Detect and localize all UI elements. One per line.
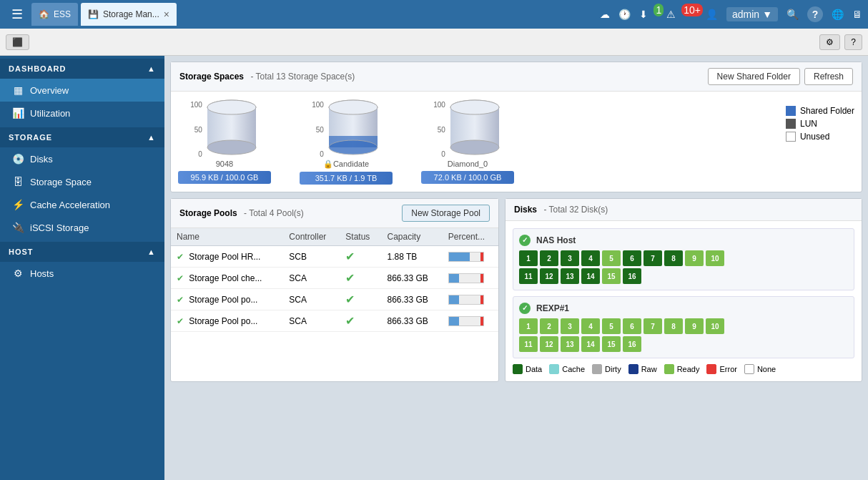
disk-cell[interactable]: 1	[519, 318, 538, 334]
top-bar: ☰ 🏠 ESS 💾 Storage Man... × ☁ 🕐 ⬇1 ⚠10+ 👤…	[0, 0, 868, 29]
sidebar-item-storage-space[interactable]: 🗄 Storage Space	[0, 170, 164, 193]
sidebar-item-hosts[interactable]: ⚙ Hosts	[0, 262, 164, 285]
pool-capacity: 1.88 TB	[381, 246, 442, 268]
pool-percent	[443, 268, 498, 289]
legend-color-box	[592, 364, 602, 374]
disk-cell[interactable]: 14	[581, 336, 600, 352]
settings-button[interactable]: ⚙	[819, 34, 840, 50]
sidebar-item-iscsi[interactable]: 🔌 iSCSI Storage	[0, 216, 164, 239]
col-percent: Percent...	[443, 228, 498, 246]
disk-cell[interactable]: 8	[664, 250, 683, 266]
disk-cell[interactable]: 10	[706, 250, 724, 266]
disk-cell[interactable]: 5	[602, 250, 621, 266]
disks-icon: 💿	[11, 153, 24, 165]
bottom-panels: Storage Pools - Total 4 Pool(s) New Stor…	[170, 198, 862, 382]
disk-cell[interactable]: 10	[706, 318, 724, 334]
table-row[interactable]: ✔ Storage Pool HR... SCB ✔ 1.88 TB	[171, 246, 498, 268]
clock-icon[interactable]: 🕐	[618, 9, 631, 20]
dashboard-label: DASHBOARD	[9, 64, 66, 73]
sidebar-item-utilization[interactable]: 📊 Utilization	[0, 102, 164, 124]
top-bar-actions: ☁ 🕐 ⬇1 ⚠10+ 👤 admin ▼ 🔍 ? 🌐 🖥	[600, 6, 862, 22]
disk-cell[interactable]: 9	[685, 318, 704, 334]
disk-cell[interactable]: 7	[643, 318, 662, 334]
disks-label: Disks	[30, 154, 53, 165]
user-icon[interactable]: 👤	[706, 9, 718, 20]
disk-cell[interactable]: 2	[540, 318, 558, 334]
svg-point-8	[329, 100, 378, 114]
cylinder-svg-candidate	[327, 99, 380, 156]
disk-cell[interactable]: 16	[623, 268, 641, 284]
sidebar-item-cache[interactable]: ⚡ Cache Acceleration	[0, 193, 164, 216]
disk-cell[interactable]: 2	[540, 250, 558, 266]
new-shared-folder-button[interactable]: New Shared Folder	[708, 68, 800, 85]
disk-cell[interactable]: 15	[602, 336, 621, 352]
monitor-icon[interactable]: 🖥	[852, 9, 862, 20]
storage-collapse-icon: ▲	[147, 133, 156, 142]
pool-name: ✔ Storage Pool po...	[171, 310, 283, 332]
storage-space-label: Storage Space	[30, 177, 92, 187]
legend-label: Cache	[562, 365, 585, 373]
disk-cell[interactable]: 6	[623, 318, 641, 334]
disk-cell[interactable]: 13	[561, 336, 579, 352]
table-row[interactable]: ✔ Storage Pool po... SCA ✔ 866.33 GB	[171, 289, 498, 310]
new-storage-pool-button[interactable]: New Storage Pool	[402, 205, 490, 222]
disk-cell[interactable]: 3	[561, 318, 579, 334]
disk-cell[interactable]: 14	[581, 268, 600, 284]
sidebar-item-disks[interactable]: 💿 Disks	[0, 147, 164, 170]
disk-cell[interactable]: 4	[581, 318, 600, 334]
globe-icon[interactable]: 🌐	[832, 9, 844, 20]
help-icon[interactable]: ?	[807, 6, 823, 22]
disk-cell[interactable]: 4	[581, 250, 600, 266]
table-row[interactable]: ✔ Storage Pool che... SCA ✔ 866.33 GB	[171, 268, 498, 289]
storage-section[interactable]: STORAGE ▲	[0, 127, 164, 147]
disk-cell[interactable]: 5	[602, 318, 621, 334]
download-icon[interactable]: ⬇1	[639, 9, 658, 20]
disk-cell[interactable]: 7	[643, 250, 662, 266]
pool-controller: SCB	[283, 246, 340, 268]
disk-cell[interactable]: 16	[623, 336, 641, 352]
disk-cell[interactable]: 8	[664, 318, 683, 334]
disks-legend: DataCacheDirtyRawReadyErrorNone	[513, 364, 854, 374]
toggle-panel-button[interactable]: ⬛	[6, 34, 29, 50]
disk-cell[interactable]: 9	[685, 250, 704, 266]
alert-badge: 10+	[681, 4, 703, 16]
disk-cell[interactable]: 6	[623, 250, 641, 266]
disk-cell[interactable]: 11	[519, 268, 538, 284]
storage-legend: Shared Folder LUN Unused	[786, 106, 854, 142]
dashboard-section[interactable]: DASHBOARD ▲	[0, 59, 164, 79]
close-tab-icon[interactable]: ×	[164, 9, 169, 20]
storage-manager-tab[interactable]: 💾 Storage Man... ×	[81, 3, 177, 26]
pool-capacity: 866.33 GB	[381, 310, 442, 332]
disk-cell[interactable]: 1	[519, 250, 538, 266]
host-section[interactable]: HOST ▲	[0, 242, 164, 262]
pool-name: ✔ Storage Pool HR...	[171, 246, 283, 268]
sidebar-item-overview[interactable]: ▦ Overview	[0, 79, 164, 102]
refresh-button[interactable]: Refresh	[804, 68, 853, 85]
menu-icon[interactable]: ☰	[6, 4, 29, 25]
home-tab[interactable]: 🏠 ESS	[31, 3, 78, 26]
disk-cell[interactable]: 3	[561, 250, 579, 266]
alert-icon[interactable]: ⚠10+	[666, 9, 697, 20]
legend-shared-folder: Shared Folder	[786, 106, 854, 116]
pool-controller: SCA	[283, 268, 340, 289]
disks-panel: Disks - Total 32 Disk(s) ✓ NAS Host 1234…	[505, 198, 862, 382]
main-content: Storage Spaces - Total 13 Storage Space(…	[164, 56, 868, 480]
host-name: REXP#1	[536, 303, 569, 313]
search-icon[interactable]: 🔍	[786, 9, 799, 20]
storage-pools-table-container: Name Controller Status Capacity Percent.…	[171, 228, 498, 332]
disk-cell[interactable]: 12	[540, 336, 558, 352]
disk-cell[interactable]: 13	[561, 268, 579, 284]
disk-host-header: ✓ NAS Host	[519, 235, 848, 246]
pool-percent	[443, 310, 498, 332]
disk-cell[interactable]: 11	[519, 336, 538, 352]
disk-cell[interactable]: 15	[602, 268, 621, 284]
admin-menu[interactable]: admin ▼	[726, 7, 778, 21]
help-button[interactable]: ?	[844, 34, 862, 50]
table-row[interactable]: ✔ Storage Pool po... SCA ✔ 866.33 GB	[171, 310, 498, 332]
disk-cell[interactable]: 12	[540, 268, 558, 284]
legend-item: None	[744, 364, 776, 374]
cloud-icon[interactable]: ☁	[600, 9, 610, 20]
admin-arrow-icon: ▼	[762, 9, 772, 20]
col-name: Name	[171, 228, 283, 246]
legend-item: Ready	[664, 364, 700, 374]
